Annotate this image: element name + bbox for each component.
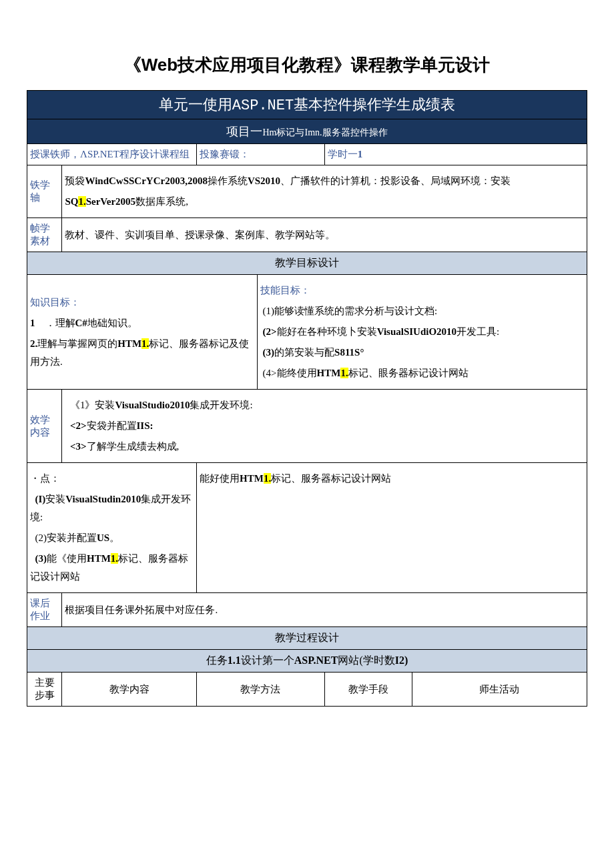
k2d: 1.	[141, 338, 149, 349]
kp2c: 。	[109, 532, 119, 543]
col-method: 教学方法	[197, 673, 325, 707]
env-label: 铁学轴	[27, 165, 62, 218]
project-banner: 项目一Hm标记与Imn.服务器控件操作	[27, 119, 587, 144]
s4c: HTM	[317, 368, 341, 378]
page-title: 《Web技术应用项目化教程》课程教学单元设计	[27, 53, 587, 77]
c1a: 《1》安装	[70, 400, 115, 410]
kp1b: 安装	[45, 494, 65, 504]
banner-text-pre: 单元一使用	[159, 96, 232, 113]
env-1d: VS2010	[248, 175, 280, 186]
skill-title: 技能目标：	[260, 282, 584, 300]
kp-title: ・点：	[30, 470, 194, 488]
skill-goal: 技能目标： (1)能够读懂系统的需求分析与设计文档: (2>能好在各种环境卜安装…	[257, 275, 587, 390]
teacher-cell: 授课铁师，ΛSP.NET程序设计课程组	[27, 144, 197, 165]
kp3c: HTM	[87, 553, 111, 564]
kp3d: 1.	[111, 553, 118, 564]
k2a: 2.	[30, 338, 37, 349]
process-section-head: 教学过程设计	[27, 627, 587, 650]
proj-mid2: 标记与	[276, 127, 304, 137]
k1c: C#	[75, 318, 87, 328]
te: 网站(学时数	[338, 655, 394, 666]
hours-label: 学时一	[328, 149, 358, 159]
kp1a: (I)	[35, 494, 46, 504]
s1: (1)能够读懂系统的需求分析与设计文档:	[263, 306, 438, 316]
knowledge-goal: 知识目标： 1 ．理解C#地础知识。 2.理解与掌握网页的HTM1.标记、服务器…	[27, 275, 258, 390]
hours-val: 1	[358, 149, 363, 159]
kp2b: US	[97, 532, 109, 543]
c2b: 安袋并配置	[87, 420, 137, 431]
material-content: 教材、谡件、实训项目单、授课录像、案例库、教学网站等。	[62, 218, 587, 252]
col-activity: 师生活动	[412, 673, 587, 707]
proj-post: 控件操作	[350, 127, 388, 137]
s2d: 开发工具:	[456, 326, 499, 337]
env-2d: 数据库系统,	[135, 196, 188, 207]
proj-mid3: Imn.服务器	[304, 127, 350, 137]
s4e: 标记、眼务器标记设计网站	[348, 368, 469, 378]
env-content: 预袋WindCwSSCrYCr2003,2008操作系统VS2010、广播软件的…	[62, 165, 587, 218]
col-content: 教学内容	[62, 673, 197, 707]
lesson-table: 单元一使用ASP.NET基本控件操作学生成绩表 项目一Hm标记与Imn.服务器控…	[27, 90, 587, 707]
s4a: (4>	[263, 368, 277, 378]
task-head: 任务1.1设计第一个ASP.NET网站(学时数I2)	[27, 650, 587, 673]
s2c: VisualSIUdiO2010	[377, 326, 456, 337]
proj-pre: 项目一	[226, 125, 262, 138]
env-2a: SQ	[65, 196, 78, 207]
kp3a: (3)	[35, 553, 47, 564]
k1d: 地础知识。	[87, 318, 137, 328]
keypoint2-cell: 能好使用HTM1.标记、服务器标记设计网站	[197, 463, 587, 593]
ta: 任务	[206, 655, 228, 666]
k2c: HTM	[117, 338, 141, 349]
goal-section-head: 教学目标设计	[27, 252, 587, 275]
know-title: 知识目标：	[30, 294, 254, 312]
kpr-a: 能好使用	[200, 473, 240, 484]
c3a: <3>	[70, 441, 87, 452]
env-1c: 操作系统	[208, 175, 248, 186]
c3b: 了解学生成绩去构成,	[87, 441, 180, 452]
col-means: 教学手段	[324, 673, 412, 707]
kpr-b: HTM	[240, 473, 264, 484]
s4d: 1.	[340, 368, 348, 378]
env-1e: 、广播软件的计算机：投影设备、局域网环境：安装	[280, 175, 511, 186]
env-2c: SerVer2005	[86, 196, 135, 207]
s2a: (2>	[263, 326, 277, 337]
tc: 设计第一个	[241, 655, 294, 666]
kp2a: (2)安装并配置	[35, 532, 97, 543]
c1b: VisualStudio2010	[115, 400, 190, 410]
k1a: 1	[30, 318, 35, 328]
s3c: S811S°	[334, 347, 364, 358]
keypoint-cell: ・点： (I)安装VisualStudin2010集成开发环境: (2)安装并配…	[27, 463, 197, 593]
content-cell: 《1》安装VisualStudio2010集成开发环境: <2>安袋并配置IIS…	[62, 390, 587, 463]
hw-content: 根据项目任务课外拓展中对应任务.	[62, 593, 587, 627]
s3b: 的第安装与配	[274, 347, 334, 358]
kpr-c: 1.	[264, 473, 271, 484]
cast-cell: 投豫赛锻：	[197, 144, 325, 165]
col-steps: 主要步事	[27, 673, 62, 707]
c2c: IIS:	[137, 420, 154, 431]
c1c: 集成开发环境:	[190, 400, 252, 410]
kpr-d: 标记、服务器标记设计网站	[271, 473, 391, 484]
tb: 1.1	[228, 655, 241, 666]
env-2b: 1.	[78, 196, 85, 207]
td: ASP.NET	[294, 655, 338, 666]
k1b: ．理解	[45, 318, 75, 328]
k2b: 理解与掌握网页的	[37, 338, 117, 349]
s4b: 能终使用	[277, 368, 317, 378]
env-1b: WindCwSSCrYCr2003,2008	[85, 175, 208, 186]
kp1c: VisualStudin2010	[65, 494, 141, 504]
content-label: 效学内容	[27, 390, 62, 463]
banner-text-mid: ASP.NET	[232, 97, 294, 114]
hw-label: 课后作业	[27, 593, 62, 627]
kp3b: 能《使用	[47, 553, 87, 564]
unit-banner: 单元一使用ASP.NET基本控件操作学生成绩表	[27, 91, 587, 119]
tf: I2)	[395, 655, 408, 666]
s2b: 能好在各种环境卜安装	[277, 326, 377, 337]
material-label: 帧学素材	[27, 218, 62, 252]
c2a: <2>	[70, 420, 87, 431]
banner-text-post: 基本控件操作学生成绩表	[294, 96, 455, 113]
env-1a: 预袋	[65, 175, 85, 186]
hours-cell: 学时一1	[324, 144, 587, 165]
s3a: (3)	[263, 347, 275, 358]
proj-mid1: Hm	[262, 127, 276, 137]
